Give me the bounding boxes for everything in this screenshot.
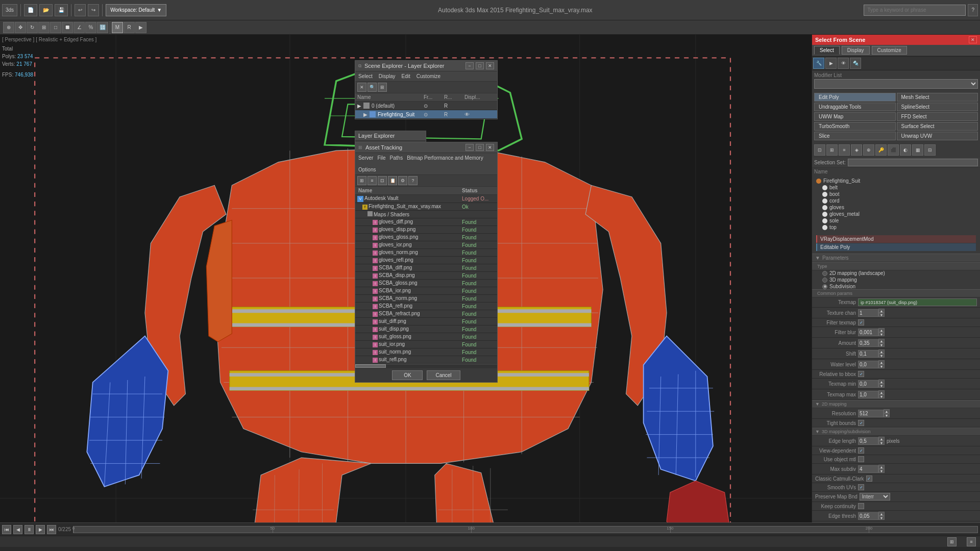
timeline-play-btn[interactable]: ⏮ bbox=[2, 525, 11, 534]
layer-row-firefighting[interactable]: ▶ Firefighting_Suit ⊙ R 👁 bbox=[355, 110, 497, 119]
catmull-clark-checkbox[interactable]: ✓ bbox=[866, 475, 872, 482]
selection-set-input[interactable] bbox=[848, 159, 978, 166]
scene-node-top[interactable]: top bbox=[814, 224, 978, 231]
asset-menu-paths[interactable]: Paths bbox=[390, 154, 403, 162]
asset-row[interactable]: iSCBA_norm.png Found bbox=[355, 295, 497, 303]
asset-close-btn[interactable]: ✕ bbox=[486, 144, 494, 151]
amount-input[interactable] bbox=[858, 339, 878, 347]
radio-2d[interactable]: 2D mapping (landscape) bbox=[822, 270, 980, 276]
water-level-down[interactable]: ▼ bbox=[878, 364, 885, 368]
filter-blur-input[interactable] bbox=[858, 329, 878, 336]
scene-node-gloves[interactable]: gloves bbox=[814, 204, 978, 211]
asset-icon2[interactable]: ≡ bbox=[368, 176, 377, 185]
scene-menu-display[interactable]: Display bbox=[379, 72, 396, 80]
scene-explorer-close-btn[interactable]: ✕ bbox=[486, 62, 494, 69]
texture-chan-down[interactable]: ▼ bbox=[878, 313, 885, 317]
asset-row[interactable]: igloves_gloss.png Found bbox=[355, 234, 497, 241]
edit-poly-btn[interactable]: Edit Poly bbox=[814, 93, 896, 102]
unwrap-uvw-btn[interactable]: Unwrap UVW bbox=[897, 132, 978, 140]
water-level-input[interactable] bbox=[858, 361, 878, 368]
render-setup-icon[interactable]: R bbox=[124, 22, 135, 33]
asset-cancel-btn[interactable]: Cancel bbox=[427, 370, 460, 380]
tab-icon-motion[interactable]: ▶ bbox=[825, 58, 837, 69]
asset-row[interactable]: isuit_diff.png Found bbox=[355, 318, 497, 325]
timeline-stop-btn[interactable]: ⏸ bbox=[24, 525, 34, 534]
scene-menu-customize[interactable]: Customize bbox=[416, 72, 440, 80]
asset-row[interactable]: igloves_disp.png Found bbox=[355, 226, 497, 234]
mod-icon-2[interactable]: ⊞ bbox=[826, 144, 838, 156]
asset-icon5[interactable]: ⚙ bbox=[398, 176, 407, 185]
scale-icon[interactable]: ⊞ bbox=[38, 22, 50, 33]
mod-icon-9[interactable]: ▦ bbox=[912, 144, 923, 156]
asset-row[interactable]: igloves_diff.png Found bbox=[355, 218, 497, 226]
asset-row[interactable]: igloves_norm.png Found bbox=[355, 249, 497, 257]
scene-search-btn[interactable]: 🔍 bbox=[368, 83, 377, 92]
texmap-max-down[interactable]: ▼ bbox=[878, 394, 885, 398]
shift-input[interactable] bbox=[858, 350, 878, 358]
modifier-dropdown[interactable] bbox=[814, 79, 978, 89]
resolution-input[interactable] bbox=[858, 410, 884, 417]
max-subdiv-input[interactable] bbox=[858, 465, 878, 473]
max-subdiv-up[interactable]: ▲ bbox=[878, 465, 885, 469]
asset-row[interactable]: iSCBA_diff.png Found bbox=[355, 264, 497, 272]
timeline-bar[interactable]: 0 50 100 150 200 bbox=[73, 526, 978, 533]
scene-explorer-minimize-btn[interactable]: − bbox=[465, 62, 474, 69]
redo-btn[interactable]: ↪ bbox=[88, 4, 99, 16]
angle-snap-icon[interactable]: ∠ bbox=[74, 22, 85, 33]
asset-icon3[interactable]: ⊡ bbox=[378, 176, 387, 185]
surface-select-btn[interactable]: Surface Select bbox=[897, 122, 978, 131]
ffd-select-btn[interactable]: FFD Select bbox=[897, 112, 978, 121]
percent-snap-icon[interactable]: % bbox=[85, 22, 96, 33]
scene-menu-select[interactable]: Select bbox=[358, 72, 373, 80]
status-icon1[interactable]: ⊞ bbox=[947, 537, 957, 546]
render-icon[interactable]: ▶ bbox=[135, 22, 146, 33]
scene-explorer-restore-btn[interactable]: □ bbox=[476, 62, 484, 69]
asset-scrollbar-thumb[interactable] bbox=[355, 364, 386, 368]
scene-node-gloves_metal[interactable]: gloves_metal bbox=[814, 211, 978, 217]
logo-btn[interactable]: 3ds bbox=[2, 4, 17, 16]
asset-row[interactable]: isuit_gloss.png Found bbox=[355, 333, 497, 341]
asset-row[interactable]: iSCBA_disp.png Found bbox=[355, 272, 497, 280]
mod-icon-4[interactable]: ◈ bbox=[851, 144, 862, 156]
asset-row[interactable]: iSCBA_refl.png Found bbox=[355, 303, 497, 310]
undo-btn[interactable]: ↩ bbox=[75, 4, 86, 16]
texmap-min-down[interactable]: ▼ bbox=[878, 384, 885, 388]
asset-table-container[interactable]: Name Status VAutodesk Vault Logged O... … bbox=[355, 187, 497, 364]
workspace-label[interactable]: Workspace: Default ▼ bbox=[106, 4, 166, 16]
asset-menu-server[interactable]: Server bbox=[358, 154, 373, 162]
mesh-select-btn[interactable]: Mesh Select bbox=[897, 93, 978, 102]
scene-node-firefighting_suit[interactable]: Firefighting_Suit bbox=[814, 178, 978, 184]
asset-row[interactable]: iSCBA_gloss.png Found bbox=[355, 280, 497, 287]
turbosmooth-btn[interactable]: TurboSmooth bbox=[814, 122, 896, 131]
amount-up[interactable]: ▲ bbox=[878, 339, 885, 343]
slice-btn[interactable]: Slice bbox=[814, 132, 896, 140]
sfs-tab-customize[interactable]: Customize bbox=[872, 46, 907, 55]
tab-icon-display[interactable]: 👁 bbox=[838, 58, 849, 69]
scene-menu-edit[interactable]: Edit bbox=[402, 72, 410, 80]
asset-menu-file[interactable]: File bbox=[377, 154, 385, 162]
sfs-close-btn[interactable]: ✕ bbox=[969, 36, 977, 43]
filter-blur-up[interactable]: ▲ bbox=[878, 328, 885, 332]
timeline-next-btn[interactable]: ▶ bbox=[36, 525, 45, 534]
relative-bbox-checkbox[interactable]: ✓ bbox=[858, 371, 864, 377]
texmap-max-input[interactable] bbox=[858, 391, 878, 398]
scene-node-boot[interactable]: boot bbox=[814, 191, 978, 197]
undraggable-tools-btn[interactable]: Undraggable Tools bbox=[814, 103, 896, 111]
max-subdiv-down[interactable]: ▼ bbox=[878, 469, 885, 473]
asset-menu-options[interactable]: Options bbox=[358, 166, 376, 173]
asset-row[interactable]: VAutodesk Vault Logged O... bbox=[355, 195, 497, 203]
edge-thresh-down[interactable]: ▼ bbox=[878, 516, 885, 520]
tab-icon-hierarchy[interactable]: 🔧 bbox=[813, 58, 824, 69]
texture-chan-up[interactable]: ▲ bbox=[878, 309, 885, 313]
mod-icon-8[interactable]: ◐ bbox=[900, 144, 911, 156]
spline-select-btn[interactable]: SplineSelect bbox=[897, 103, 978, 111]
keep-continuity-checkbox[interactable] bbox=[858, 503, 864, 509]
layer-row-0[interactable]: ▶ 0 (default) ⊙ R bbox=[355, 102, 497, 110]
save-btn[interactable]: 💾 bbox=[55, 4, 68, 16]
amount-down[interactable]: ▼ bbox=[878, 343, 885, 347]
viewport[interactable]: [ Perspective ] [ Realistic + Edged Face… bbox=[0, 35, 812, 522]
filter-texmap-checkbox[interactable]: ✓ bbox=[858, 319, 864, 325]
edge-length-up[interactable]: ▲ bbox=[878, 437, 885, 441]
mod-icon-6[interactable]: 🔑 bbox=[875, 144, 887, 156]
asset-row[interactable]: isuit_norm.png Found bbox=[355, 348, 497, 356]
